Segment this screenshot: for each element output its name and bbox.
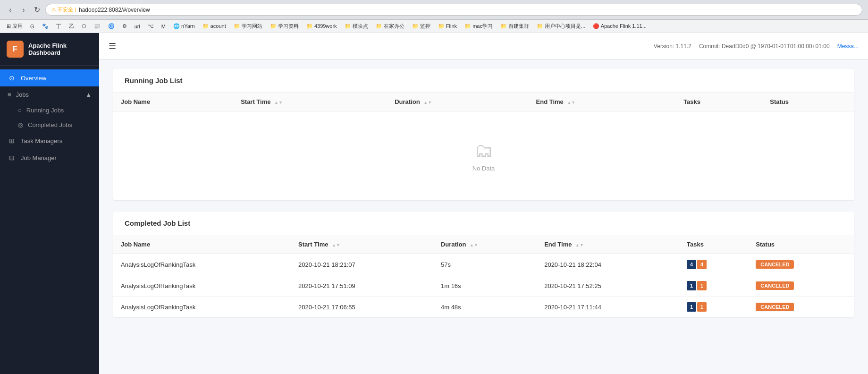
bookmark-4[interactable]: ⬡ [79, 22, 89, 30]
table-row[interactable]: AnalysisLogOfRankingTask 2020-10-21 17:5… [113, 275, 854, 297]
col-job-name-completed: Job Name [113, 235, 291, 254]
bookmark-flink[interactable]: 📁 Flink [435, 22, 460, 30]
task-badge-orange: 1 [697, 302, 707, 312]
status-badge: CANCELED [756, 303, 794, 311]
bookmark-monitor[interactable]: 📁 监控 [409, 22, 433, 31]
running-jobs-empty: 🗂 No Data [113, 111, 854, 201]
bookmark-M[interactable]: M [159, 23, 169, 30]
sidebar-section-jobs[interactable]: ≡ Jobs ▲ [0, 86, 99, 103]
bookmark-module[interactable]: 📁 模块点 [342, 22, 371, 31]
reload-button[interactable]: ↻ [32, 5, 42, 15]
topbar-info: Version: 1.11.2 Commit: DeadD0d0 @ 1970-… [654, 43, 859, 50]
bookmark-6[interactable]: 🌀 [105, 22, 118, 30]
bookmark-3[interactable]: 乙 [66, 22, 77, 31]
task-badge-blue: 1 [687, 281, 696, 290]
task-managers-icon: ⊞ [8, 137, 16, 144]
running-jobs-title: Running Job List [113, 69, 854, 93]
bookmark-flink-tab[interactable]: 🔴 Apache Flink 1.11... [590, 22, 649, 30]
sidebar-item-task-managers[interactable]: ⊞ Task Managers [0, 132, 99, 149]
sidebar-item-running-jobs[interactable]: ○ Running Jobs [0, 103, 99, 118]
sidebar-item-completed-jobs[interactable]: ◎ Completed Jobs [0, 118, 99, 132]
table-row[interactable]: AnalysisLogOfRankingTask 2020-10-21 18:2… [113, 254, 854, 275]
task-badge-orange: 4 [697, 260, 707, 269]
bookmark-cluster[interactable]: 📁 自建集群 [497, 22, 532, 31]
sidebar-item-job-manager[interactable]: ⊟ Job Manager [0, 149, 99, 166]
status-cell: CANCELED [748, 275, 854, 297]
bookmark-apps[interactable]: ⊞ 应用 [4, 22, 25, 31]
bookmark-study[interactable]: 📁 学习网站 [231, 22, 265, 31]
logo-text: Apache Flink Dashboard [28, 42, 93, 56]
url-text: hadoop222:8082/#/overview [79, 7, 150, 13]
version-value: 1.11.2 [676, 43, 691, 50]
bookmark-1[interactable]: 🐾 [39, 22, 51, 30]
col-start-time-completed[interactable]: Start Time ▲▼ [291, 235, 433, 254]
sidebar: F Apache Flink Dashboard ⊙ Overview ≡ Jo… [0, 33, 99, 374]
no-data-icon: 🗂 [128, 140, 839, 161]
bookmark-material[interactable]: 📁 学习资料 [267, 22, 302, 31]
duration-cell: 1m 16s [433, 275, 537, 297]
app-container: F Apache Flink Dashboard ⊙ Overview ≡ Jo… [0, 33, 868, 374]
running-jobs-table-wrap: Job Name Start Time ▲▼ Duration ▲▼ End T… [113, 93, 854, 200]
bookmark-mac[interactable]: 📁 mac学习 [462, 22, 496, 31]
no-data-container: 🗂 No Data [121, 117, 846, 195]
bookmark-4399[interactable]: 📁 4399work [303, 22, 340, 30]
end-time-cell: 2020-10-21 17:52:25 [537, 275, 679, 297]
table-row[interactable]: AnalysisLogOfRankingTask 2020-10-21 17:0… [113, 297, 854, 318]
col-job-name-running: Job Name [113, 93, 233, 111]
bookmark-url[interactable]: url [132, 23, 143, 30]
col-end-time-completed[interactable]: End Time ▲▼ [537, 235, 679, 254]
tasks-cell: 4 4 [679, 254, 748, 275]
end-time-cell: 2020-10-21 18:22:04 [537, 254, 679, 275]
bookmark-8[interactable]: ⌥ [145, 22, 157, 30]
col-start-time-running[interactable]: Start Time ▲▼ [233, 93, 387, 111]
col-duration-running[interactable]: Duration ▲▼ [387, 93, 528, 111]
address-bar[interactable]: ⚠ 不安全 | hadoop222:8082/#/overview [45, 4, 862, 16]
version-info: Version: 1.11.2 [654, 43, 691, 50]
duration-cell: 4m 48s [433, 297, 537, 318]
running-jobs-section: Running Job List Job Name Start Time ▲▼ … [113, 69, 854, 200]
task-badge-orange: 1 [697, 281, 707, 290]
bookmark-5[interactable]: 📰 [91, 22, 103, 30]
bookmark-g[interactable]: G [27, 23, 37, 30]
start-time-cell: 2020-10-21 18:21:07 [291, 254, 433, 275]
completed-jobs-title: Completed Job List [113, 212, 854, 235]
bookmark-2[interactable]: 丁 [53, 22, 64, 31]
sidebar-label-job-manager: Job Manager [21, 154, 57, 162]
end-time-cell: 2020-10-21 17:11:44 [537, 297, 679, 318]
no-data-text: No Data [128, 165, 839, 172]
col-duration-completed[interactable]: Duration ▲▼ [433, 235, 537, 254]
sidebar-label-overview: Overview [21, 75, 46, 82]
completed-jobs-table-wrap: Job Name Start Time ▲▼ Duration ▲▼ End T… [113, 235, 854, 317]
bookmark-office[interactable]: 📁 在家办公 [373, 22, 407, 31]
logo-icon: F [7, 41, 24, 58]
task-badge-blue: 1 [687, 302, 696, 312]
bookmark-user[interactable]: 📁 用户中心项目是... [534, 22, 588, 31]
col-end-time-running[interactable]: End Time ▲▼ [529, 93, 676, 111]
job-manager-icon: ⊟ [8, 154, 16, 162]
forward-button[interactable]: › [19, 5, 28, 15]
col-status-running: Status [762, 93, 854, 111]
bookmark-nyarn[interactable]: 🌐 nYarn [170, 22, 198, 30]
version-label: Version: [654, 43, 674, 50]
sidebar-item-overview[interactable]: ⊙ Overview [0, 69, 99, 86]
commit-value: DeadD0d0 @ 1970-01-01T01:00:00+01:00 [722, 43, 830, 50]
bookmark-7[interactable]: ⚙ [119, 22, 130, 30]
status-badge: CANCELED [756, 260, 794, 269]
jobs-icon: ≡ [8, 91, 11, 98]
status-cell: CANCELED [748, 297, 854, 318]
completed-jobs-section: Completed Job List Job Name Start Time ▲… [113, 212, 854, 317]
col-tasks-completed: Tasks [679, 235, 748, 254]
messages-link[interactable]: Messa... [837, 43, 859, 50]
completed-jobs-icon: ◎ [18, 121, 23, 128]
completed-jobs-table: Job Name Start Time ▲▼ Duration ▲▼ End T… [113, 235, 854, 317]
bookmark-acount[interactable]: 📁 acount [200, 22, 229, 30]
start-time-cell: 2020-10-21 17:51:09 [291, 275, 433, 297]
hamburger-menu[interactable]: ☰ [109, 41, 116, 51]
bookmarks-bar: ⊞ 应用 G 🐾 丁 乙 ⬡ 📰 🌀 ⚙ url ⌥ M 🌐 nYarn 📁 a… [0, 20, 868, 33]
sidebar-subitems-jobs: ○ Running Jobs ◎ Completed Jobs [0, 103, 99, 132]
commit-label: Commit: [699, 43, 720, 50]
col-tasks-running: Tasks [676, 93, 762, 111]
main-content: Running Job List Job Name Start Time ▲▼ … [99, 60, 868, 374]
back-button[interactable]: ‹ [6, 5, 15, 15]
commit-info: Commit: DeadD0d0 @ 1970-01-01T01:00:00+0… [699, 43, 830, 50]
